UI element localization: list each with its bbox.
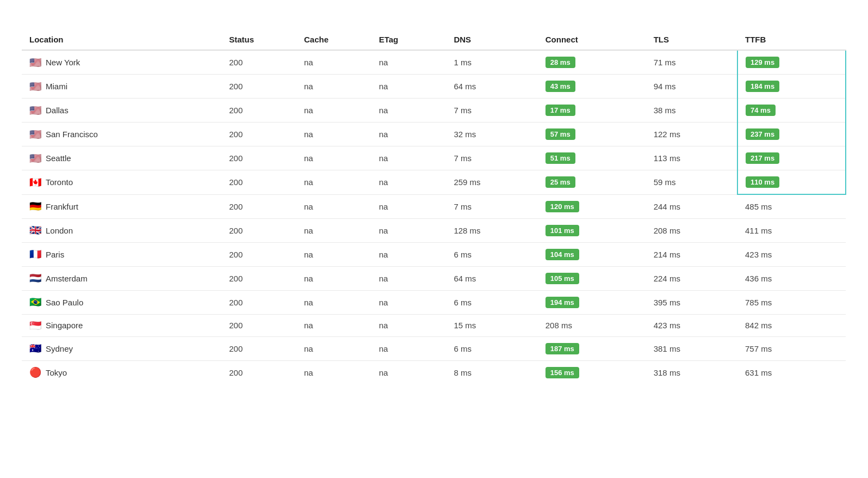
ttfb-cell: 411 ms <box>737 218 846 242</box>
connect-cell: 28 ms <box>538 50 646 75</box>
status-cell: 200 <box>221 75 296 99</box>
table-row: 🇸🇬Singapore200nana15 ms208 ms423 ms842 m… <box>22 314 846 336</box>
dns-cell: 64 ms <box>446 75 537 99</box>
flag-icon: 🇬🇧 <box>29 225 41 235</box>
location-cell: 🇧🇷Sao Paulo <box>22 290 221 314</box>
table-row: 🇺🇸San Francisco200nana32 ms57 ms122 ms23… <box>22 122 846 146</box>
column-header-tls: TLS <box>646 29 737 50</box>
location-cell: 🇺🇸Seattle <box>22 146 221 170</box>
ttfb-cell: 436 ms <box>737 266 846 290</box>
flag-icon: 🇦🇺 <box>29 344 41 353</box>
cache-cell: na <box>296 170 371 195</box>
table-row: 🇳🇱Amsterdam200nana64 ms105 ms224 ms436 m… <box>22 266 846 290</box>
ttfb-badge: 184 ms <box>746 81 779 92</box>
connect-cell: 51 ms <box>538 146 646 170</box>
flag-icon: 🇺🇸 <box>29 130 41 139</box>
connect-cell: 25 ms <box>538 170 646 195</box>
cache-cell: na <box>296 290 371 314</box>
ttfb-cell: 423 ms <box>737 242 846 266</box>
location-name: Amsterdam <box>46 274 88 283</box>
etag-cell: na <box>371 122 447 146</box>
location-name: Toronto <box>46 177 73 187</box>
table-row: 🇫🇷Paris200nana6 ms104 ms214 ms423 ms <box>22 242 846 266</box>
connect-cell: 57 ms <box>538 122 646 146</box>
cache-cell: na <box>296 146 371 170</box>
ttfb-cell: 217 ms <box>737 146 846 170</box>
location-cell: 🔴Tokyo <box>22 360 221 384</box>
etag-cell: na <box>371 75 447 99</box>
table-row: 🇬🇧London200nana128 ms101 ms208 ms411 ms <box>22 218 846 242</box>
flag-icon: 🇫🇷 <box>29 249 41 259</box>
connect-badge: 25 ms <box>545 176 575 188</box>
cache-cell: na <box>296 336 371 360</box>
tls-cell: 94 ms <box>646 75 737 99</box>
status-cell: 200 <box>221 170 296 195</box>
ttfb-badge: 237 ms <box>746 128 779 140</box>
cache-cell: na <box>296 360 371 384</box>
location-cell: 🇸🇬Singapore <box>22 314 221 336</box>
etag-cell: na <box>371 146 447 170</box>
status-cell: 200 <box>221 336 296 360</box>
ttfb-cell: 110 ms <box>737 170 846 195</box>
column-header-connect: Connect <box>538 29 646 50</box>
performance-table: LocationStatusCacheETagDNSConnectTLSTTFB… <box>22 29 846 384</box>
table-row: 🇺🇸Dallas200nana7 ms17 ms38 ms74 ms <box>22 99 846 122</box>
cache-cell: na <box>296 122 371 146</box>
table-row: 🇺🇸Seattle200nana7 ms51 ms113 ms217 ms <box>22 146 846 170</box>
connect-cell: 120 ms <box>538 194 646 218</box>
location-cell: 🇩🇪Frankfurt <box>22 194 221 218</box>
connect-badge: 57 ms <box>545 128 575 140</box>
status-cell: 200 <box>221 218 296 242</box>
connect-cell: 156 ms <box>538 360 646 384</box>
location-cell: 🇺🇸New York <box>22 50 221 75</box>
ttfb-badge: 129 ms <box>746 57 779 68</box>
dns-cell: 1 ms <box>446 50 537 75</box>
tls-cell: 244 ms <box>646 194 737 218</box>
tls-cell: 214 ms <box>646 242 737 266</box>
connect-badge: 51 ms <box>545 152 575 164</box>
dns-cell: 6 ms <box>446 290 537 314</box>
location-cell: 🇦🇺Sydney <box>22 336 221 360</box>
location-cell: 🇺🇸San Francisco <box>22 122 221 146</box>
status-cell: 200 <box>221 99 296 122</box>
dns-cell: 128 ms <box>446 218 537 242</box>
cache-cell: na <box>296 50 371 75</box>
connect-cell: 105 ms <box>538 266 646 290</box>
cache-cell: na <box>296 242 371 266</box>
status-cell: 200 <box>221 122 296 146</box>
location-cell: 🇬🇧London <box>22 218 221 242</box>
cache-cell: na <box>296 194 371 218</box>
location-name: San Francisco <box>46 130 98 139</box>
status-cell: 200 <box>221 360 296 384</box>
location-name: Dallas <box>46 106 69 115</box>
etag-cell: na <box>371 99 447 122</box>
flag-icon: 🇺🇸 <box>29 58 41 68</box>
connect-badge: 105 ms <box>545 273 579 284</box>
tls-cell: 423 ms <box>646 314 737 336</box>
flag-icon: 🇺🇸 <box>29 82 41 91</box>
connect-badge: 194 ms <box>545 297 579 308</box>
location-cell: 🇺🇸Dallas <box>22 99 221 122</box>
flag-icon: 🔴 <box>29 367 41 377</box>
tls-cell: 38 ms <box>646 99 737 122</box>
connect-cell: 104 ms <box>538 242 646 266</box>
dns-cell: 6 ms <box>446 242 537 266</box>
etag-cell: na <box>371 336 447 360</box>
ttfb-cell: 74 ms <box>737 99 846 122</box>
dns-cell: 15 ms <box>446 314 537 336</box>
tls-cell: 59 ms <box>646 170 737 195</box>
ttfb-cell: 631 ms <box>737 360 846 384</box>
location-name: London <box>46 226 73 235</box>
connect-badge: 17 ms <box>545 105 575 116</box>
column-header-etag: ETag <box>371 29 447 50</box>
dns-cell: 7 ms <box>446 99 537 122</box>
ttfb-badge: 217 ms <box>746 152 779 164</box>
connect-badge: 101 ms <box>545 225 579 236</box>
cache-cell: na <box>296 75 371 99</box>
table-row: 🇨🇦Toronto200nana259 ms25 ms59 ms110 ms <box>22 170 846 195</box>
location-name: Sydney <box>46 344 73 353</box>
etag-cell: na <box>371 266 447 290</box>
dns-cell: 259 ms <box>446 170 537 195</box>
cache-cell: na <box>296 314 371 336</box>
status-cell: 200 <box>221 146 296 170</box>
